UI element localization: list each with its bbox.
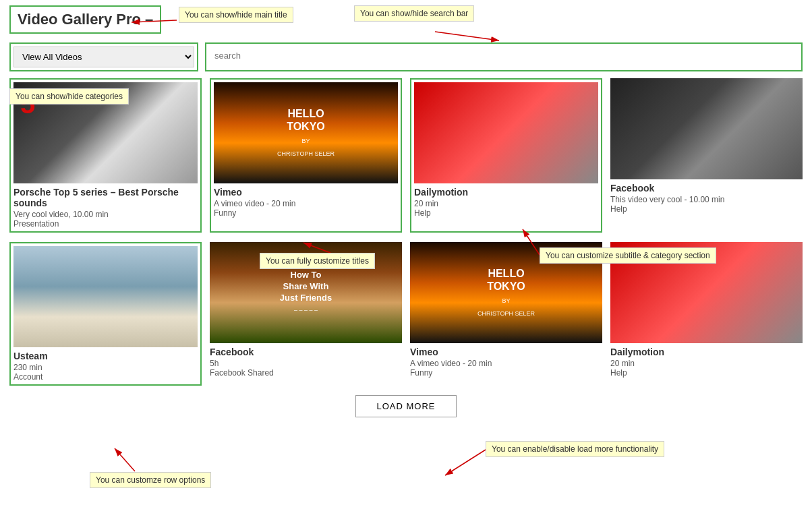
tooltip-subtitle-category: You can customize subtitle & category se… bbox=[540, 247, 716, 264]
video-category-7: Funny bbox=[410, 368, 602, 378]
video-thumb-dailymotion bbox=[414, 82, 598, 183]
video-category-2: Funny bbox=[214, 208, 398, 218]
svg-line-7 bbox=[445, 450, 486, 475]
video-category-3: Help bbox=[414, 208, 598, 218]
video-subtitle-2: A vimeo video - 20 min bbox=[214, 199, 398, 208]
video-category-5: Account bbox=[13, 372, 198, 382]
video-thumb-facebook bbox=[610, 78, 803, 179]
video-category-4: Help bbox=[610, 204, 803, 214]
tooltip-search-bar: You can show/hide search bar bbox=[354, 5, 474, 22]
video-category-1: Presentation bbox=[13, 219, 198, 229]
video-card-facebook[interactable]: Facebook This video very cool - 10.00 mi… bbox=[610, 78, 803, 233]
category-select-wrapper: View All Videos bbox=[9, 42, 198, 71]
video-title-4: Facebook bbox=[610, 183, 803, 194]
tooltip-categories: You can show/hide categories bbox=[9, 88, 129, 105]
svg-line-6 bbox=[115, 448, 135, 471]
video-title-6: Facebook bbox=[210, 347, 402, 357]
load-more-button[interactable]: LOAD MORE bbox=[355, 395, 456, 417]
load-more-section: LOAD MORE bbox=[9, 395, 803, 417]
tooltip-load-more: You can enable/disable load more functio… bbox=[486, 441, 664, 457]
video-title-5: Usteam bbox=[13, 351, 198, 361]
video-subtitle-1: Very cool video, 10.00 min bbox=[13, 210, 198, 219]
search-input[interactable] bbox=[209, 47, 799, 65]
tooltip-main-title: You can show/hide main title bbox=[179, 7, 293, 23]
video-subtitle-8: 20 min bbox=[610, 359, 803, 368]
video-subtitle-6: 5h bbox=[210, 359, 402, 368]
video-card-vimeo[interactable]: HELLOTOKYOBYCHRISTOPH SELER Vimeo A vime… bbox=[210, 78, 402, 233]
video-subtitle-3: 20 min bbox=[414, 199, 598, 208]
video-subtitle-5: 230 min bbox=[13, 363, 198, 372]
top-controls: View All Videos bbox=[9, 42, 803, 71]
video-category-6: Facebook Shared bbox=[210, 368, 402, 378]
video-title-7: Vimeo bbox=[410, 347, 602, 357]
video-card-dailymotion[interactable]: Dailymotion 20 min Help bbox=[410, 78, 602, 233]
svg-line-2 bbox=[435, 32, 499, 40]
video-title-8: Dailymotion bbox=[610, 347, 803, 357]
tooltip-row-options: You can customze row options bbox=[90, 472, 211, 488]
video-subtitle-7: A vimeo video - 20 min bbox=[410, 359, 602, 368]
tooltip-customize-titles: You can fully customize titles bbox=[260, 253, 375, 269]
video-title-1: Porsche Top 5 series – Best Porsche soun… bbox=[13, 187, 198, 208]
video-thumb-vimeo: HELLOTOKYOBYCHRISTOPH SELER bbox=[214, 82, 398, 183]
search-wrapper bbox=[205, 42, 803, 71]
video-thumb-usteam bbox=[13, 246, 198, 347]
video-subtitle-4: This video very cool - 10.00 min bbox=[610, 195, 803, 204]
header-wrapper: Video Gallery Pro – bbox=[9, 5, 161, 34]
app-title: Video Gallery Pro – bbox=[18, 11, 153, 28]
video-category-8: Help bbox=[610, 368, 803, 378]
video-card-usteam[interactable]: Usteam 230 min Account bbox=[9, 242, 202, 386]
category-select[interactable]: View All Videos bbox=[13, 47, 194, 67]
video-title-3: Dailymotion bbox=[414, 187, 598, 198]
video-title-2: Vimeo bbox=[214, 187, 398, 198]
